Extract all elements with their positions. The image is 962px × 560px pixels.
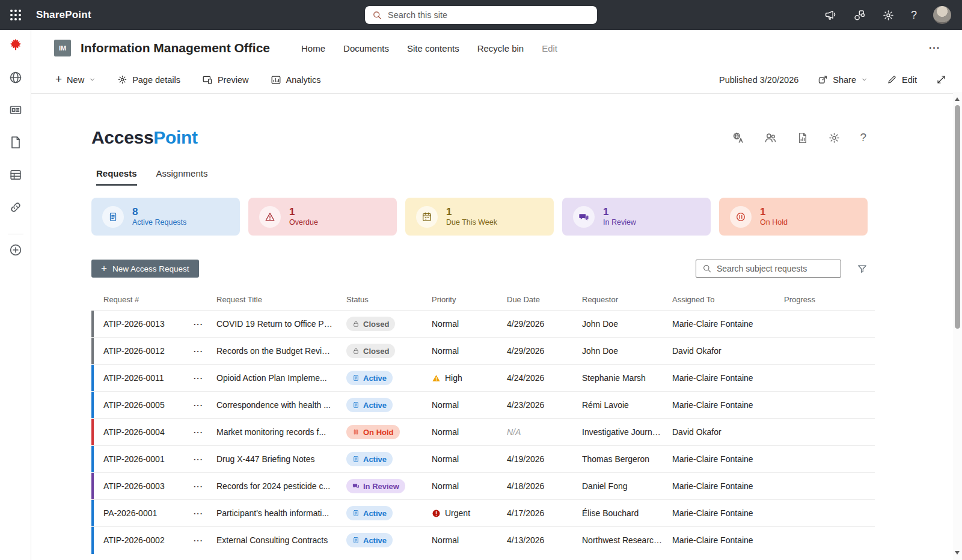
table-search-input[interactable] [717, 264, 835, 273]
header-more-ellipsis[interactable]: ··· [929, 43, 940, 53]
row-menu-ellipsis[interactable]: ··· [194, 401, 216, 410]
requestor: John Doe [582, 346, 672, 356]
sharepoint-brand[interactable]: SharePoint [36, 9, 91, 21]
scrollbar-thumb[interactable] [955, 105, 960, 329]
expand-fullscreen-icon[interactable] [936, 75, 946, 85]
translate-language-icon[interactable] [732, 132, 745, 144]
status-label: In Review [363, 482, 399, 491]
request-title: Records for 2024 pesticide c... [216, 481, 340, 491]
col-requestor[interactable]: Requestor [582, 295, 672, 304]
assigned-to: David Okafor [672, 427, 784, 437]
urgent-exclamation-icon [432, 509, 441, 518]
help-icon[interactable]: ? [860, 131, 866, 144]
col-request-id[interactable]: Request # [91, 295, 194, 304]
stat-card-count: 8 [132, 205, 186, 218]
table-row[interactable]: PA-2026-0001 ··· Participant's health in… [91, 499, 875, 526]
nav-recycle-bin[interactable]: Recycle bin [477, 43, 524, 53]
row-menu-ellipsis[interactable]: ··· [194, 509, 216, 518]
document-icon[interactable] [8, 135, 23, 150]
analytics-chart-icon [271, 75, 281, 85]
filter-funnel-icon[interactable] [857, 263, 868, 274]
priority-label: High [445, 373, 462, 383]
col-status[interactable]: Status [340, 295, 432, 304]
page-details-button[interactable]: Page details [117, 75, 180, 85]
people-icon[interactable] [764, 132, 777, 144]
assigned-to: Marie-Claire Fontaine [672, 373, 784, 383]
tab-assignments[interactable]: Assignments [156, 168, 208, 186]
row-menu-ellipsis[interactable]: ··· [194, 320, 216, 329]
requestor: John Doe [582, 319, 672, 329]
table-row[interactable]: ATIP-2026-0004 ··· Market monitoring rec… [91, 418, 875, 445]
link-icon[interactable] [8, 200, 23, 215]
col-priority[interactable]: Priority [432, 295, 507, 304]
user-avatar[interactable] [933, 6, 951, 24]
col-request-title[interactable]: Request Title [216, 295, 340, 304]
table-row[interactable]: ATIP-2026-0012 ··· Records on the Budget… [91, 337, 875, 364]
table-row[interactable]: ATIP-2026-0011 ··· Opioid Action Plan Im… [91, 364, 875, 391]
row-menu-ellipsis[interactable]: ··· [194, 374, 216, 383]
app-launcher-waffle-icon[interactable] [0, 0, 31, 30]
help-icon[interactable]: ? [911, 9, 917, 22]
scrollbar-up-arrow-icon[interactable] [955, 97, 960, 101]
stat-card-in-review[interactable]: 1 In Review [562, 198, 711, 236]
row-menu-ellipsis[interactable]: ··· [194, 347, 216, 356]
row-menu-ellipsis[interactable]: ··· [194, 428, 216, 437]
scrollbar-down-arrow-icon[interactable] [955, 551, 960, 555]
tab-requests[interactable]: Requests [96, 168, 137, 186]
stat-card-on-hold[interactable]: 1 On Hold [719, 198, 868, 236]
page-scrollbar[interactable] [953, 92, 962, 560]
stat-card-count: 1 [289, 205, 318, 218]
site-logo[interactable]: IM [54, 40, 71, 56]
row-menu-ellipsis[interactable]: ··· [194, 482, 216, 491]
stat-card-label: On Hold [760, 218, 788, 228]
report-document-icon[interactable] [796, 132, 809, 144]
request-id: ATIP-2026-0003 [91, 481, 194, 491]
megaphone-icon[interactable] [824, 9, 837, 22]
form-document-icon [352, 374, 360, 382]
site-title[interactable]: Information Management Office [81, 41, 270, 55]
stat-card-count: 1 [603, 205, 636, 218]
suite-search-box[interactable] [365, 6, 597, 24]
maple-leaf-icon[interactable] [8, 38, 23, 52]
nav-home[interactable]: Home [301, 43, 325, 53]
stat-card-label: In Review [603, 218, 636, 228]
table-row[interactable]: ATIP-2026-0002 ··· External Consulting C… [91, 526, 875, 553]
col-assigned-to[interactable]: Assigned To [672, 295, 784, 304]
add-plus-circle-icon[interactable] [8, 243, 23, 257]
table-search-box[interactable] [696, 260, 841, 278]
analytics-button[interactable]: Analytics [271, 75, 321, 85]
request-id: ATIP-2026-0012 [91, 346, 194, 356]
edit-page-button[interactable]: Edit [887, 75, 917, 85]
col-progress[interactable]: Progress [784, 295, 875, 304]
power-apps-shapes-icon[interactable] [853, 9, 866, 22]
row-status-accent [91, 473, 94, 500]
preview-button[interactable]: Preview [202, 75, 249, 85]
share-button[interactable]: Share [818, 75, 868, 85]
nav-edit[interactable]: Edit [542, 43, 557, 53]
stat-card-overdue[interactable]: 1 Overdue [248, 198, 397, 236]
settings-gear-icon[interactable] [828, 132, 841, 144]
table-row[interactable]: ATIP-2026-0013 ··· COVID 19 Return to Of… [91, 310, 875, 337]
row-menu-ellipsis[interactable]: ··· [194, 536, 216, 545]
stat-card-active-requests[interactable]: 8 Active Requests [91, 198, 240, 236]
news-icon[interactable] [8, 103, 23, 117]
nav-documents[interactable]: Documents [343, 43, 389, 53]
table-row[interactable]: ATIP-2026-0005 ··· Correspondence with h… [91, 391, 875, 418]
stat-card-label: Due This Week [446, 218, 497, 228]
table-row[interactable]: ATIP-2026-0001 ··· Drug X-447 Briefing N… [91, 445, 875, 472]
new-button[interactable]: + New [55, 75, 96, 85]
row-menu-ellipsis[interactable]: ··· [194, 455, 216, 464]
preview-devices-icon [202, 75, 213, 85]
suite-search-input[interactable] [388, 10, 590, 20]
settings-gear-icon[interactable] [882, 9, 895, 22]
stat-card-due-this-week[interactable]: 1 Due This Week [405, 198, 554, 236]
list-database-icon[interactable] [8, 168, 23, 182]
col-due-date[interactable]: Due Date [507, 295, 582, 304]
new-access-request-button[interactable]: + New Access Request [91, 260, 199, 278]
stat-cards: 8 Active Requests 1 Overdue [91, 198, 875, 236]
globe-icon[interactable] [8, 70, 23, 85]
nav-site-contents[interactable]: Site contents [407, 43, 459, 53]
table-row[interactable]: ATIP-2026-0003 ··· Records for 2024 pest… [91, 472, 875, 499]
assigned-to: Marie-Claire Fontaine [672, 535, 784, 545]
priority-cell: Urgent [432, 508, 507, 518]
